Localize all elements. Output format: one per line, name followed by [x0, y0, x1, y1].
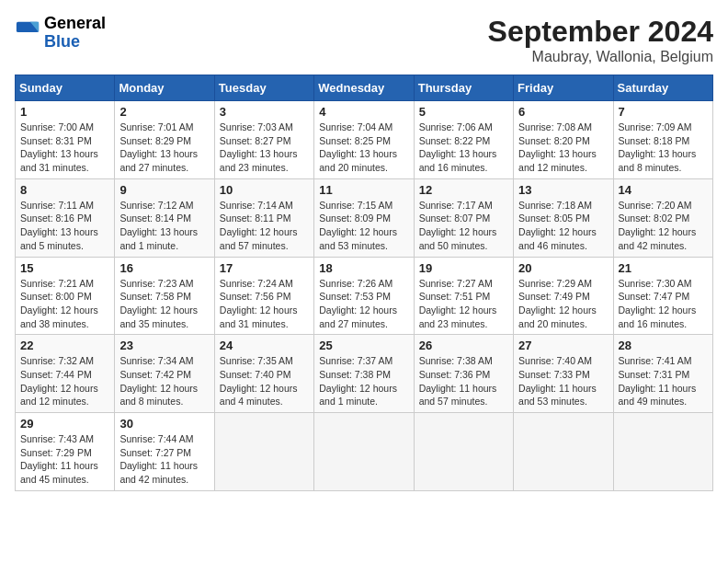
calendar-cell: 27Sunrise: 7:40 AMSunset: 7:33 PMDayligh…	[514, 335, 613, 413]
calendar-cell: 23Sunrise: 7:34 AMSunset: 7:42 PMDayligh…	[115, 335, 214, 413]
day-number: 14	[619, 183, 708, 197]
calendar-cell	[314, 413, 414, 491]
day-detail: Sunrise: 7:32 AMSunset: 7:44 PMDaylight:…	[20, 354, 109, 408]
day-detail: Sunrise: 7:12 AMSunset: 8:14 PMDaylight:…	[119, 199, 209, 253]
calendar-week-row: 29Sunrise: 7:43 AMSunset: 7:29 PMDayligh…	[16, 413, 713, 491]
day-number: 28	[619, 339, 708, 352]
weekday-header: Monday	[115, 75, 214, 101]
logo-text: GeneralBlue	[44, 15, 106, 52]
day-detail: Sunrise: 7:24 AMSunset: 7:56 PMDaylight:…	[220, 277, 309, 331]
day-detail: Sunrise: 7:41 AMSunset: 7:31 PMDaylight:…	[619, 354, 708, 408]
day-number: 24	[220, 339, 309, 352]
day-detail: Sunrise: 7:09 AMSunset: 8:18 PMDaylight:…	[619, 121, 708, 175]
day-detail: Sunrise: 7:20 AMSunset: 8:02 PMDaylight:…	[619, 199, 708, 253]
day-number: 10	[220, 183, 309, 197]
calendar-cell: 29Sunrise: 7:43 AMSunset: 7:29 PMDayligh…	[16, 413, 115, 491]
calendar-cell: 20Sunrise: 7:29 AMSunset: 7:49 PMDayligh…	[514, 257, 613, 335]
calendar-cell: 10Sunrise: 7:14 AMSunset: 8:11 PMDayligh…	[214, 178, 313, 257]
calendar-cell: 22Sunrise: 7:32 AMSunset: 7:44 PMDayligh…	[16, 335, 115, 413]
day-number: 11	[319, 183, 408, 197]
calendar-week-row: 8Sunrise: 7:11 AMSunset: 8:16 PMDaylight…	[16, 178, 713, 257]
day-detail: Sunrise: 7:01 AMSunset: 8:29 PMDaylight:…	[119, 121, 209, 175]
day-number: 26	[419, 339, 508, 352]
day-number: 23	[119, 339, 209, 352]
calendar-cell: 8Sunrise: 7:11 AMSunset: 8:16 PMDaylight…	[16, 178, 115, 257]
calendar-cell: 16Sunrise: 7:23 AMSunset: 7:58 PMDayligh…	[115, 257, 214, 335]
day-detail: Sunrise: 7:27 AMSunset: 7:51 PMDaylight:…	[419, 277, 508, 331]
day-detail: Sunrise: 7:04 AMSunset: 8:25 PMDaylight:…	[319, 121, 408, 175]
day-detail: Sunrise: 7:37 AMSunset: 7:38 PMDaylight:…	[319, 354, 408, 408]
calendar-cell	[613, 413, 712, 491]
day-number: 2	[119, 105, 209, 119]
day-detail: Sunrise: 7:43 AMSunset: 7:29 PMDaylight:…	[20, 432, 109, 487]
day-detail: Sunrise: 7:06 AMSunset: 8:22 PMDaylight:…	[419, 121, 508, 175]
day-number: 21	[619, 261, 708, 275]
header: GeneralBlue September 2024 Maubray, Wall…	[15, 15, 713, 65]
calendar-cell: 24Sunrise: 7:35 AMSunset: 7:40 PMDayligh…	[214, 335, 313, 413]
day-number: 15	[20, 261, 109, 275]
calendar-cell: 4Sunrise: 7:04 AMSunset: 8:25 PMDaylight…	[314, 101, 414, 179]
day-number: 30	[119, 417, 209, 431]
calendar-cell: 30Sunrise: 7:44 AMSunset: 7:27 PMDayligh…	[115, 413, 214, 491]
day-number: 7	[619, 105, 708, 119]
day-detail: Sunrise: 7:38 AMSunset: 7:36 PMDaylight:…	[419, 354, 508, 408]
day-detail: Sunrise: 7:17 AMSunset: 8:07 PMDaylight:…	[419, 199, 508, 253]
month-title: September 2024	[488, 15, 713, 49]
day-detail: Sunrise: 7:40 AMSunset: 7:33 PMDaylight:…	[518, 354, 608, 408]
calendar-cell: 26Sunrise: 7:38 AMSunset: 7:36 PMDayligh…	[414, 335, 513, 413]
calendar-week-row: 22Sunrise: 7:32 AMSunset: 7:44 PMDayligh…	[16, 335, 713, 413]
day-number: 20	[518, 261, 608, 275]
calendar-cell: 15Sunrise: 7:21 AMSunset: 8:00 PMDayligh…	[16, 257, 115, 335]
day-number: 17	[220, 261, 309, 275]
title-area: September 2024 Maubray, Wallonia, Belgiu…	[488, 15, 713, 65]
day-number: 3	[220, 105, 309, 119]
weekday-header: Friday	[514, 75, 613, 101]
calendar-cell: 2Sunrise: 7:01 AMSunset: 8:29 PMDaylight…	[115, 101, 214, 179]
calendar-cell: 13Sunrise: 7:18 AMSunset: 8:05 PMDayligh…	[514, 178, 613, 257]
calendar-cell: 17Sunrise: 7:24 AMSunset: 7:56 PMDayligh…	[214, 257, 313, 335]
day-detail: Sunrise: 7:34 AMSunset: 7:42 PMDaylight:…	[119, 354, 209, 408]
day-detail: Sunrise: 7:14 AMSunset: 8:11 PMDaylight:…	[220, 199, 309, 253]
day-detail: Sunrise: 7:35 AMSunset: 7:40 PMDaylight:…	[220, 354, 309, 408]
day-number: 18	[319, 261, 408, 275]
day-detail: Sunrise: 7:21 AMSunset: 8:00 PMDaylight:…	[20, 277, 109, 331]
day-number: 1	[20, 105, 109, 119]
calendar-cell: 14Sunrise: 7:20 AMSunset: 8:02 PMDayligh…	[613, 178, 712, 257]
calendar-week-row: 1Sunrise: 7:00 AMSunset: 8:31 PMDaylight…	[16, 101, 713, 179]
calendar-cell: 7Sunrise: 7:09 AMSunset: 8:18 PMDaylight…	[613, 101, 712, 179]
calendar-cell	[214, 413, 313, 491]
day-number: 22	[20, 339, 109, 352]
day-number: 5	[419, 105, 508, 119]
logo-icon	[15, 20, 40, 46]
calendar-cell: 9Sunrise: 7:12 AMSunset: 8:14 PMDaylight…	[115, 178, 214, 257]
weekday-header-row: SundayMondayTuesdayWednesdayThursdayFrid…	[16, 75, 713, 101]
weekday-header: Thursday	[414, 75, 513, 101]
day-detail: Sunrise: 7:08 AMSunset: 8:20 PMDaylight:…	[518, 121, 608, 175]
day-number: 13	[518, 183, 608, 197]
calendar-cell: 18Sunrise: 7:26 AMSunset: 7:53 PMDayligh…	[314, 257, 414, 335]
day-detail: Sunrise: 7:18 AMSunset: 8:05 PMDaylight:…	[518, 199, 608, 253]
calendar-cell: 28Sunrise: 7:41 AMSunset: 7:31 PMDayligh…	[613, 335, 712, 413]
calendar-cell: 11Sunrise: 7:15 AMSunset: 8:09 PMDayligh…	[314, 178, 414, 257]
day-number: 19	[419, 261, 508, 275]
day-number: 25	[319, 339, 408, 352]
day-number: 27	[518, 339, 608, 352]
calendar-cell: 12Sunrise: 7:17 AMSunset: 8:07 PMDayligh…	[414, 178, 513, 257]
logo: GeneralBlue	[15, 15, 106, 52]
weekday-header: Wednesday	[314, 75, 414, 101]
calendar-cell: 21Sunrise: 7:30 AMSunset: 7:47 PMDayligh…	[613, 257, 712, 335]
day-detail: Sunrise: 7:11 AMSunset: 8:16 PMDaylight:…	[20, 199, 109, 253]
calendar-cell: 6Sunrise: 7:08 AMSunset: 8:20 PMDaylight…	[514, 101, 613, 179]
day-number: 6	[518, 105, 608, 119]
calendar-cell: 5Sunrise: 7:06 AMSunset: 8:22 PMDaylight…	[414, 101, 513, 179]
day-number: 8	[20, 183, 109, 197]
day-detail: Sunrise: 7:26 AMSunset: 7:53 PMDaylight:…	[319, 277, 408, 331]
day-detail: Sunrise: 7:44 AMSunset: 7:27 PMDaylight:…	[119, 432, 209, 487]
calendar-cell: 1Sunrise: 7:00 AMSunset: 8:31 PMDaylight…	[16, 101, 115, 179]
calendar-cell: 19Sunrise: 7:27 AMSunset: 7:51 PMDayligh…	[414, 257, 513, 335]
calendar-table: SundayMondayTuesdayWednesdayThursdayFrid…	[15, 75, 713, 491]
day-number: 12	[419, 183, 508, 197]
calendar-cell	[414, 413, 513, 491]
day-detail: Sunrise: 7:15 AMSunset: 8:09 PMDaylight:…	[319, 199, 408, 253]
day-number: 16	[119, 261, 209, 275]
